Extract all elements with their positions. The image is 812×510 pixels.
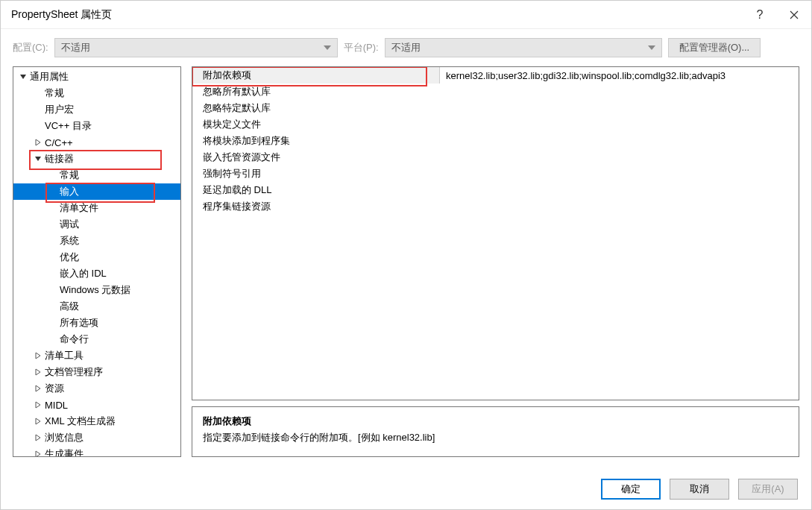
- config-select[interactable]: 不适用: [54, 38, 338, 57]
- right-panel: 附加依赖项kernel32.lib;user32.lib;gdi32.lib;w…: [192, 66, 799, 457]
- tree-item[interactable]: 优化: [13, 249, 180, 265]
- arrow-placeholder: [33, 88, 43, 98]
- property-key: 忽略特定默认库: [192, 100, 440, 116]
- property-row[interactable]: 强制符号引用: [192, 166, 799, 182]
- tree-item[interactable]: 通用属性: [13, 69, 180, 85]
- chevron-down-icon: [324, 45, 331, 50]
- tree-item[interactable]: MIDL: [13, 397, 180, 413]
- property-value[interactable]: [440, 133, 799, 149]
- config-manager-button[interactable]: 配置管理器(O)...: [668, 38, 761, 57]
- tree-item-label: 生成事件: [45, 447, 84, 457]
- apply-button[interactable]: 应用(A): [738, 479, 798, 500]
- config-toolbar: 配置(C): 不适用 平台(P): 不适用 配置管理器(O)...: [1, 32, 811, 63]
- collapse-icon[interactable]: [33, 154, 43, 164]
- tree-item-label: 命令行: [60, 333, 89, 346]
- property-row[interactable]: 附加依赖项kernel32.lib;user32.lib;gdi32.lib;w…: [192, 67, 799, 84]
- arrow-placeholder: [48, 334, 58, 344]
- tree-item[interactable]: 生成事件: [13, 446, 180, 457]
- property-value[interactable]: [440, 198, 799, 215]
- help-button[interactable]: ?: [743, 1, 777, 29]
- property-row[interactable]: 模块定义文件: [192, 116, 799, 133]
- tree-item[interactable]: 系统: [13, 233, 180, 249]
- property-row[interactable]: 忽略所有默认库: [192, 84, 799, 100]
- property-key: 忽略所有默认库: [192, 84, 440, 100]
- expand-icon[interactable]: [33, 367, 43, 377]
- tree-item-label: C/C++: [45, 137, 73, 148]
- platform-select[interactable]: 不适用: [385, 38, 662, 57]
- arrow-placeholder: [48, 203, 58, 213]
- property-value[interactable]: [440, 84, 799, 100]
- tree-item[interactable]: C/C++: [13, 134, 180, 151]
- tree-item[interactable]: 资源: [13, 380, 180, 397]
- tree-item[interactable]: 用户宏: [13, 101, 180, 118]
- tree-item[interactable]: 浏览信息: [13, 429, 180, 446]
- tree-item-label: 输入: [60, 185, 79, 198]
- arrow-placeholder: [48, 301, 58, 312]
- property-value[interactable]: [440, 182, 799, 198]
- tree-item-label: 文档管理程序: [45, 365, 103, 379]
- tree-item-label: 链接器: [45, 152, 74, 166]
- platform-value: 不适用: [391, 41, 642, 54]
- property-value[interactable]: [440, 149, 799, 166]
- property-value[interactable]: [440, 166, 799, 182]
- tree-item[interactable]: 所有选项: [13, 315, 180, 331]
- tree-item-label: Windows 元数据: [60, 283, 130, 297]
- property-key: 将模块添加到程序集: [192, 133, 440, 149]
- property-row[interactable]: 将模块添加到程序集: [192, 133, 799, 149]
- tree-item[interactable]: 清单文件: [13, 200, 180, 216]
- tree-item[interactable]: XML 文档生成器: [13, 413, 180, 429]
- property-value[interactable]: [440, 100, 799, 116]
- main-area: 通用属性常规用户宏VC++ 目录C/C++链接器常规输入清单文件调试系统优化嵌入…: [1, 66, 811, 469]
- property-row[interactable]: 延迟加载的 DLL: [192, 182, 799, 198]
- property-row[interactable]: 嵌入托管资源文件: [192, 149, 799, 166]
- arrow-placeholder: [48, 268, 58, 279]
- ok-button[interactable]: 确定: [601, 479, 661, 500]
- tree-item[interactable]: 文档管理程序: [13, 364, 180, 380]
- tree-item-label: 所有选项: [60, 316, 98, 330]
- tree-item-label: 浏览信息: [45, 431, 84, 444]
- cancel-button[interactable]: 取消: [670, 479, 729, 500]
- tree-item[interactable]: 清单工具: [13, 347, 180, 364]
- arrow-placeholder: [48, 219, 58, 230]
- tree-item[interactable]: 高级: [13, 298, 180, 315]
- expand-icon[interactable]: [33, 383, 43, 394]
- config-label: 配置(C):: [13, 41, 48, 54]
- property-value[interactable]: [440, 116, 799, 133]
- property-key: 强制符号引用: [192, 166, 440, 182]
- arrow-placeholder: [48, 186, 58, 197]
- expand-icon[interactable]: [33, 350, 43, 361]
- chevron-down-icon: [648, 45, 655, 50]
- platform-label: 平台(P):: [344, 41, 379, 54]
- tree-item-label: XML 文档生成器: [45, 415, 116, 428]
- tree-item[interactable]: 常规: [13, 85, 180, 101]
- expand-icon[interactable]: [33, 432, 43, 443]
- expand-icon[interactable]: [33, 449, 43, 457]
- expand-icon[interactable]: [33, 400, 43, 410]
- property-row[interactable]: 忽略特定默认库: [192, 100, 799, 116]
- description-title: 附加依赖项: [203, 415, 788, 428]
- tree-item[interactable]: 嵌入的 IDL: [13, 265, 180, 282]
- property-row[interactable]: 程序集链接资源: [192, 198, 799, 215]
- property-key: 延迟加载的 DLL: [192, 182, 440, 198]
- tree-item[interactable]: 常规: [13, 167, 180, 183]
- tree-item[interactable]: Windows 元数据: [13, 282, 180, 298]
- expand-icon[interactable]: [33, 416, 43, 426]
- close-button[interactable]: [777, 1, 811, 29]
- tree-item[interactable]: 输入: [13, 183, 180, 200]
- tree-item-label: 资源: [45, 382, 64, 395]
- arrow-placeholder: [48, 252, 58, 262]
- property-key: 附加依赖项: [192, 67, 440, 84]
- expand-icon[interactable]: [33, 137, 43, 148]
- property-tree[interactable]: 通用属性常规用户宏VC++ 目录C/C++链接器常规输入清单文件调试系统优化嵌入…: [13, 66, 181, 457]
- collapse-icon[interactable]: [18, 72, 28, 82]
- tree-item[interactable]: VC++ 目录: [13, 118, 180, 134]
- tree-item[interactable]: 命令行: [13, 331, 180, 347]
- property-grid[interactable]: 附加依赖项kernel32.lib;user32.lib;gdi32.lib;w…: [192, 66, 799, 400]
- property-value[interactable]: kernel32.lib;user32.lib;gdi32.lib;winspo…: [440, 67, 799, 84]
- tree-item[interactable]: 调试: [13, 216, 180, 233]
- tree-item[interactable]: 链接器: [13, 151, 180, 167]
- tree-item-label: 系统: [60, 234, 79, 248]
- config-value: 不适用: [61, 41, 318, 54]
- arrow-placeholder: [48, 170, 58, 180]
- tree-item-label: 调试: [60, 218, 79, 231]
